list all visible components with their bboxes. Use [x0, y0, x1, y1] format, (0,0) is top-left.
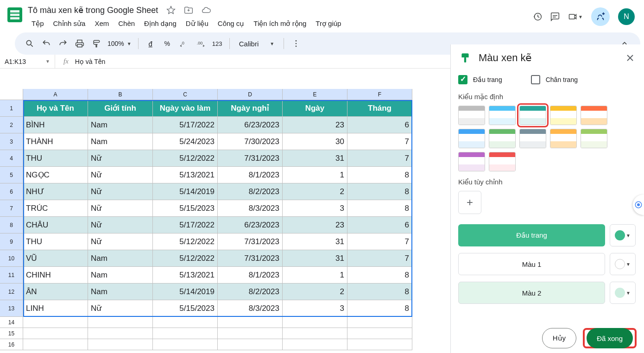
table-header[interactable]: Ngày — [283, 100, 347, 117]
menu-insert[interactable]: Chèn — [114, 18, 139, 30]
style-swatch[interactable] — [519, 106, 546, 125]
menu-file[interactable]: Tệp — [28, 18, 48, 30]
cell[interactable]: 5/13/2021 — [153, 267, 218, 284]
cell[interactable]: 7 — [347, 233, 412, 250]
cell[interactable]: 6 — [347, 217, 412, 233]
cell[interactable]: 8 — [347, 300, 412, 317]
header-color-picker[interactable]: ▼ — [610, 224, 636, 246]
row-header[interactable]: 7 — [0, 200, 23, 217]
cell[interactable]: 6/23/2023 — [218, 217, 283, 233]
cell[interactable] — [218, 339, 283, 350]
close-panel-icon[interactable] — [625, 52, 636, 63]
header-color-button[interactable]: Đầu trang — [458, 224, 605, 246]
cell[interactable]: Nữ — [88, 167, 153, 183]
cell[interactable]: ÂN — [23, 284, 88, 300]
cell[interactable]: 7/30/2023 — [218, 133, 283, 150]
style-swatch[interactable] — [489, 106, 516, 125]
color2-button[interactable]: Màu 2 — [458, 282, 605, 304]
cell[interactable]: 5/24/2023 — [153, 133, 218, 150]
row-header[interactable]: 4 — [0, 150, 23, 167]
star-icon[interactable] — [166, 6, 176, 15]
meet-button[interactable]: ▼ — [568, 12, 583, 21]
undo-icon[interactable] — [39, 35, 54, 52]
cell[interactable]: 1 — [283, 167, 347, 183]
move-icon[interactable] — [184, 6, 193, 15]
cell[interactable]: THU — [23, 150, 88, 167]
cell[interactable]: 6 — [347, 117, 412, 133]
redo-icon[interactable] — [56, 35, 70, 52]
style-swatch[interactable] — [489, 129, 516, 148]
cell[interactable] — [88, 317, 153, 328]
search-menus-icon[interactable] — [22, 35, 37, 52]
cell[interactable]: 8/1/2023 — [218, 267, 283, 284]
menu-edit[interactable]: Chỉnh sửa — [50, 18, 89, 30]
cell[interactable]: 5/14/2019 — [153, 284, 218, 300]
cell[interactable]: 5/12/2022 — [153, 233, 218, 250]
row-header[interactable]: 9 — [0, 233, 23, 250]
account-avatar[interactable]: N — [618, 8, 635, 25]
cell[interactable] — [283, 339, 347, 350]
name-box[interactable]: A1:K13▼ — [0, 58, 55, 65]
row-header[interactable]: 11 — [0, 267, 23, 284]
style-swatch[interactable] — [458, 106, 485, 125]
row-header[interactable]: 8 — [0, 217, 23, 233]
table-header[interactable]: Giới tính — [88, 100, 153, 117]
cell[interactable]: 7/31/2023 — [218, 150, 283, 167]
cell[interactable]: Nam — [88, 267, 153, 284]
cell[interactable]: Nữ — [88, 200, 153, 217]
cell[interactable]: CHINH — [23, 267, 88, 284]
cell[interactable]: 5/12/2022 — [153, 250, 218, 267]
style-swatch[interactable] — [458, 152, 485, 171]
row-header[interactable]: 2 — [0, 117, 23, 133]
cell[interactable]: Nam — [88, 284, 153, 300]
row-header[interactable]: 14 — [0, 317, 23, 328]
cell[interactable]: 5/15/2023 — [153, 300, 218, 317]
share-button[interactable] — [591, 7, 610, 26]
col-header-f[interactable]: F — [347, 89, 412, 100]
color1-picker[interactable]: ▼ — [610, 253, 636, 275]
history-icon[interactable] — [533, 12, 542, 21]
cell[interactable] — [23, 328, 88, 339]
cell[interactable]: Nữ — [88, 300, 153, 317]
cell[interactable]: Nam — [88, 250, 153, 267]
cell[interactable] — [23, 317, 88, 328]
table-header[interactable]: Họ và Tên — [23, 100, 88, 117]
cell[interactable]: 7/31/2023 — [218, 233, 283, 250]
style-swatch[interactable] — [550, 106, 577, 125]
sheets-logo[interactable] — [6, 6, 24, 24]
menu-tools[interactable]: Công cụ — [214, 18, 248, 30]
cell[interactable]: 7 — [347, 133, 412, 150]
cell[interactable]: Nữ — [88, 217, 153, 233]
col-header-b[interactable]: B — [88, 89, 153, 100]
done-button[interactable]: Đã xong — [587, 328, 633, 348]
cell[interactable]: 5/17/2022 — [153, 217, 218, 233]
col-header-e[interactable]: E — [283, 89, 347, 100]
footer-checkbox[interactable]: Chân trang — [531, 75, 578, 84]
add-custom-style-button[interactable]: + — [458, 191, 481, 214]
style-swatch[interactable] — [581, 106, 607, 125]
cell[interactable] — [347, 339, 412, 350]
cell[interactable] — [218, 328, 283, 339]
cell[interactable]: Nữ — [88, 150, 153, 167]
zoom-dropdown[interactable]: 100%▼ — [106, 40, 133, 47]
cell[interactable]: 5/17/2022 — [153, 117, 218, 133]
menu-data[interactable]: Dữ liệu — [182, 18, 212, 30]
style-swatch[interactable] — [458, 129, 485, 148]
paint-format-icon[interactable] — [89, 35, 104, 52]
style-swatch[interactable] — [519, 129, 546, 148]
select-all-corner[interactable] — [0, 89, 23, 100]
cell[interactable]: 8/2/2023 — [218, 284, 283, 300]
color1-button[interactable]: Màu 1 — [458, 253, 605, 275]
cell[interactable]: 8 — [347, 183, 412, 200]
row-header[interactable]: 3 — [0, 133, 23, 150]
cell[interactable]: THÀNH — [23, 133, 88, 150]
cell[interactable]: LINH — [23, 300, 88, 317]
col-header-d[interactable]: D — [218, 89, 283, 100]
cell[interactable]: 6/23/2023 — [218, 117, 283, 133]
row-header[interactable]: 10 — [0, 250, 23, 267]
cell[interactable]: CHÂU — [23, 217, 88, 233]
col-header-c[interactable]: C — [153, 89, 218, 100]
cell[interactable]: 23 — [283, 217, 347, 233]
cell[interactable]: 8/3/2023 — [218, 300, 283, 317]
cell[interactable] — [283, 317, 347, 328]
